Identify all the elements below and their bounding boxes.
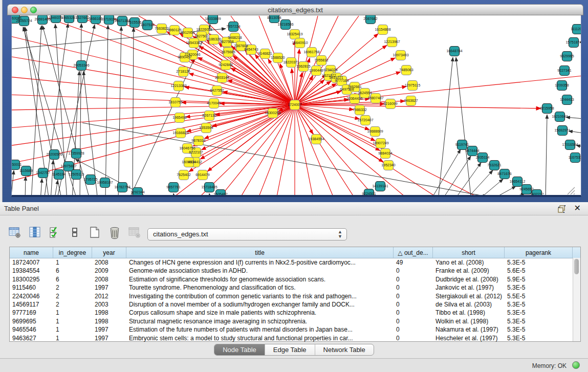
tab-node-table[interactable]: Node Table: [214, 344, 265, 355]
table-cell[interactable]: Changes of HCN gene expression and I(f) …: [126, 258, 394, 267]
table-cell[interactable]: Disruption of a novel member of a sodium…: [126, 300, 394, 309]
table-row[interactable]: 2242004622012Investigating the contribut…: [10, 292, 580, 300]
tab-edge-table[interactable]: Edge Table: [265, 344, 315, 355]
float-window-icon[interactable]: [557, 204, 567, 213]
table-cell[interactable]: 22420046: [10, 292, 53, 300]
table-cell[interactable]: 19384554: [10, 267, 53, 275]
table-cell[interactable]: Genome-wide association studies in ADHD.: [126, 267, 394, 275]
window-titlebar[interactable]: citations_edges.txt: [7, 4, 583, 15]
table-cell[interactable]: 2003: [92, 300, 126, 309]
table-cell[interactable]: 1: [53, 334, 92, 342]
table-cell[interactable]: Structural magnetic resonance image aver…: [126, 317, 394, 325]
table-cell[interactable]: 14569117: [10, 300, 53, 309]
table-cell[interactable]: 1: [53, 258, 92, 267]
table-row[interactable]: 969969511998Structural magnetic resonanc…: [10, 317, 580, 325]
table-cell[interactable]: Stergiakouli et al. (2012): [433, 292, 505, 300]
table-cell[interactable]: 2: [53, 283, 92, 292]
table-cell[interactable]: 2009: [92, 267, 126, 275]
table-cell[interactable]: Estimation of significance thresholds fo…: [126, 275, 394, 283]
table-cell[interactable]: 0: [394, 292, 433, 300]
table-row[interactable]: 946362711997Embryonic stem cells: a mode…: [10, 334, 580, 342]
table-cell[interactable]: 9465546: [10, 325, 53, 334]
table-cell[interactable]: 0: [394, 334, 433, 342]
table-mode-icon[interactable]: [7, 225, 23, 240]
table-cell[interactable]: 2008: [92, 258, 126, 267]
table-cell[interactable]: 2008: [92, 275, 126, 283]
table-cell[interactable]: Dudbridge et al. (2008): [433, 275, 505, 283]
row-height-icon[interactable]: [67, 225, 82, 240]
table-cell[interactable]: 5.3E-5: [505, 325, 573, 334]
table-cell[interactable]: 9777169: [10, 309, 53, 317]
table-cell[interactable]: 5.6E-5: [505, 267, 573, 275]
table-cell[interactable]: 6: [53, 267, 92, 275]
table-cell[interactable]: 5.3E-5: [505, 317, 573, 325]
table-cell[interactable]: 5.5E-5: [505, 292, 573, 300]
network-view-window[interactable]: citations_edges.txt 20630812405572420691…: [7, 4, 583, 201]
table-cell[interactable]: 1: [53, 317, 92, 325]
table-cell[interactable]: 0: [394, 309, 433, 317]
table-cell[interactable]: 1998: [92, 317, 126, 325]
table-cell[interactable]: 0: [394, 267, 433, 275]
table-cell[interactable]: 1998: [92, 309, 126, 317]
table-cell[interactable]: 0: [394, 275, 433, 283]
citation-network-graph[interactable]: 2063081240557242069140619493791065328715…: [12, 15, 581, 195]
table-cell[interactable]: 1997: [92, 325, 126, 334]
table-cell[interactable]: Nakamura et al. (1997): [433, 325, 505, 334]
table-row[interactable]: 1872400712008Changes of HCN gene express…: [10, 258, 580, 267]
table-cell[interactable]: 6: [53, 275, 92, 283]
table-cell[interactable]: 0: [394, 283, 433, 292]
column-header-title[interactable]: title: [126, 247, 394, 258]
column-header-pagerank[interactable]: pagerank: [505, 247, 573, 258]
close-panel-icon[interactable]: ✕: [574, 203, 581, 213]
table-cell[interactable]: Franke et al. (2009): [433, 267, 505, 275]
table-cell[interactable]: 1: [53, 325, 92, 334]
table-row[interactable]: 911546021997Tourette syndrome. Phenomeno…: [10, 283, 580, 292]
table-cell[interactable]: de Silva et al. (2003): [433, 300, 505, 309]
column-checklist-icon[interactable]: [47, 225, 62, 240]
table-cell[interactable]: 5.9E-5: [505, 275, 573, 283]
table-cell[interactable]: 2: [53, 292, 92, 300]
table-cell[interactable]: 5.3E-5: [505, 300, 573, 309]
table-cell[interactable]: Embryonic stem cells: a model to study s…: [126, 334, 394, 342]
table-cell[interactable]: Hescheler et al. (1997): [433, 334, 505, 342]
column-header-year[interactable]: year: [92, 247, 126, 258]
table-scrollbar[interactable]: [573, 258, 580, 341]
table-row[interactable]: 1830029562008Estimation of significance …: [10, 275, 580, 283]
table-cell[interactable]: 2012: [92, 292, 126, 300]
table-cell[interactable]: 1997: [92, 283, 126, 292]
column-header-short[interactable]: short: [433, 247, 505, 258]
scrollbar-thumb[interactable]: [574, 259, 579, 274]
table-cell[interactable]: 9115460: [10, 283, 53, 292]
table-cell[interactable]: 49: [394, 258, 433, 267]
table-cell[interactable]: Corpus callosum shape and size in male p…: [126, 309, 394, 317]
table-row[interactable]: 977716911998Corpus callosum shape and si…: [10, 309, 580, 317]
table-cell[interactable]: 9699695: [10, 317, 53, 325]
table-cell[interactable]: 0: [394, 325, 433, 334]
create-column-icon[interactable]: [87, 225, 102, 240]
table-cell[interactable]: 1997: [92, 334, 126, 342]
network-canvas[interactable]: 2063081240557242069140619493791065328715…: [11, 15, 581, 197]
table-row[interactable]: 1938455462009Genome-wide association stu…: [10, 267, 580, 275]
table-cell[interactable]: 0: [394, 300, 433, 309]
show-columns-icon[interactable]: [27, 225, 42, 240]
table-cell[interactable]: 5.3E-5: [505, 334, 573, 342]
table-cell[interactable]: 18724007: [10, 258, 53, 267]
table-cell[interactable]: 18300295: [10, 275, 53, 283]
table-cell[interactable]: 9463627: [10, 334, 53, 342]
table-cell[interactable]: 0: [394, 317, 433, 325]
table-cell[interactable]: Estimation of the future numbers of pati…: [126, 325, 394, 334]
delete-column-icon[interactable]: [107, 225, 122, 240]
table-cell[interactable]: Wolkin et al. (1998): [433, 317, 505, 325]
table-cell[interactable]: Jankovic et al. (1997): [433, 283, 505, 292]
table-cell[interactable]: Tibbo et al. (1998): [433, 309, 505, 317]
table-cell[interactable]: 5.3E-5: [505, 309, 573, 317]
table-cell[interactable]: 5.3E-5: [505, 258, 573, 267]
table-cell[interactable]: Tourette syndrome. Phenomenology and cla…: [126, 283, 394, 292]
table-cell[interactable]: 1: [53, 309, 92, 317]
table-cell[interactable]: Yano et al. (2008): [433, 258, 505, 267]
tab-network-table[interactable]: Network Table: [315, 344, 374, 355]
column-header-out-de-[interactable]: △ out_de...: [394, 247, 433, 258]
table-cell[interactable]: 5.3E-5: [505, 283, 573, 292]
network-table-select[interactable]: citations_edges.txt ▲▼: [147, 228, 347, 240]
column-header-in-degree[interactable]: in_degree: [53, 247, 92, 258]
